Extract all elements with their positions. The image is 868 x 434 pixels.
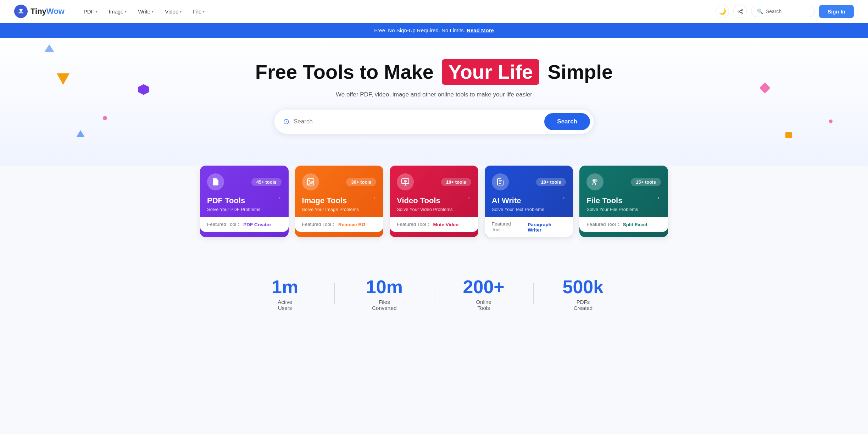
nav-search-box[interactable]: 🔍 (751, 6, 815, 17)
svg-point-14 (595, 179, 597, 182)
image-tools-card[interactable]: 30+ tools Image Tools Solve Your Image P… (295, 166, 384, 237)
stat-online-tools: 200+ OnlineTools (434, 269, 533, 318)
featured-label: Featured Tool： (302, 221, 336, 228)
pdf-featured-link[interactable]: PDF Creator (243, 222, 271, 227)
svg-rect-12 (499, 180, 502, 181)
write-featured-link[interactable]: Paragraph Writer (528, 222, 566, 233)
video-featured: Featured Tool： Mute Video (390, 217, 478, 232)
hero-subtext: We offer PDF, video, image and other onl… (14, 91, 854, 98)
file-icon (586, 173, 603, 190)
arrow-icon: → (464, 194, 471, 202)
nav-video[interactable]: Video ▾ (160, 6, 187, 17)
stats-section: 1m ActiveUsers 10m FilesConverted 200+ O… (221, 255, 647, 339)
svg-point-1 (19, 9, 21, 10)
arrow-icon: → (654, 194, 661, 202)
stat-label-pdfs: PDFsCreated (541, 299, 625, 311)
card-body: Video Tools Solve Your Video Problems → (397, 196, 471, 212)
hero-headline-highlight: Your Life (442, 59, 539, 85)
search-icon: 🔍 (757, 9, 763, 14)
stat-label-tools: OnlineTools (441, 299, 526, 311)
tool-cards-section: 45+ tools PDF Tools Solve Your PDF Probl… (186, 166, 682, 255)
nav-file[interactable]: File ▾ (188, 6, 210, 17)
signin-button[interactable]: Sign In (819, 5, 854, 18)
svg-point-5 (741, 12, 742, 14)
hero-headline-after: Simple (548, 61, 613, 83)
logo-tiny: Tiny (30, 7, 46, 16)
stat-label-users: ActiveUsers (243, 299, 327, 311)
deco-triangle-blue-2 (44, 44, 54, 52)
hero-headline: Free Tools to Make Your Life Simple (14, 59, 854, 85)
stat-label-files: FilesConverted (342, 299, 427, 311)
featured-label: Featured Tool： (586, 221, 621, 228)
logo-icon (14, 5, 28, 18)
stat-files-converted: 10m FilesConverted (335, 269, 434, 318)
card-header: 10+ tools (492, 173, 566, 190)
chevron-down-icon: ▾ (152, 10, 154, 13)
nav-links: PDF ▾ Image ▾ Write ▾ Video ▾ File ▾ (79, 6, 716, 17)
card-body: Image Tools Solve Your Image Problems → (302, 196, 377, 212)
nav-write[interactable]: Write ▾ (133, 6, 158, 17)
svg-line-7 (739, 10, 741, 11)
stat-active-users: 1m ActiveUsers (235, 269, 334, 318)
svg-point-2 (22, 9, 23, 10)
video-badge: 10+ tools (441, 178, 471, 186)
svg-point-9 (309, 180, 310, 181)
pdf-badge: 45+ tools (251, 178, 282, 186)
card-body: PDF Tools Solve Your PDF Problems → (207, 196, 282, 212)
banner-text: Free. No Sign-Up Required. No Limits. (374, 27, 465, 33)
file-featured-link[interactable]: Split Excel (623, 222, 647, 227)
image-badge: 30+ tools (346, 178, 376, 186)
chevron-down-icon: ▾ (180, 10, 182, 13)
nav-pdf[interactable]: PDF ▾ (79, 6, 102, 17)
banner-read-more-link[interactable]: Read More (467, 27, 494, 33)
deco-dot-pink (829, 119, 833, 123)
promo-banner: Free. No Sign-Up Required. No Limits. Re… (0, 23, 868, 38)
write-featured: Featured Tool： Paragraph Writer (485, 217, 573, 237)
arrow-icon: → (369, 194, 376, 202)
arrow-icon: → (559, 194, 566, 202)
dark-mode-button[interactable]: 🌙 (716, 5, 729, 18)
write-title: AI Write (492, 196, 544, 205)
svg-point-3 (741, 9, 742, 10)
logo[interactable]: TinyWow (14, 5, 65, 18)
video-tools-card[interactable]: 10+ tools Video Tools Solve Your Video P… (390, 166, 478, 237)
deco-circle-pink (103, 116, 107, 120)
hero-search-button[interactable]: Search (544, 113, 590, 130)
svg-point-4 (738, 11, 739, 12)
image-featured: Featured Tool： Remove BG (295, 217, 384, 232)
ai-write-card[interactable]: 10+ tools AI Write Solve Your Text Probl… (485, 166, 573, 237)
card-body: AI Write Solve Your Text Problems → (492, 196, 566, 212)
stat-num-files: 10m (342, 276, 427, 297)
video-featured-link[interactable]: Mute Video (433, 222, 459, 227)
image-icon (302, 173, 319, 190)
search-icon: ⊙ (283, 117, 289, 126)
nav-image[interactable]: Image ▾ (104, 6, 132, 17)
chevron-down-icon: ▾ (96, 10, 98, 13)
nav-actions: 🌙 🔍 Sign In (716, 5, 854, 18)
card-header: 30+ tools (302, 173, 377, 190)
file-tools-card[interactable]: 15+ tools File Tools Solve Your File Pro… (579, 166, 668, 237)
hero-search-box[interactable]: ⊙ Search (274, 110, 594, 134)
video-icon (397, 173, 414, 190)
share-button[interactable] (733, 5, 747, 18)
hero-headline-before: Free Tools to Make (255, 61, 434, 83)
navbar: TinyWow PDF ▾ Image ▾ Write ▾ Video ▾ Fi… (0, 0, 868, 23)
featured-label: Featured Tool： (492, 221, 525, 233)
pdf-title: PDF Tools (207, 196, 260, 205)
deco-triangle-blue (76, 130, 85, 137)
file-badge: 15+ tools (631, 178, 661, 186)
stat-num-tools: 200+ (441, 276, 526, 297)
image-featured-link[interactable]: Remove BG (338, 222, 366, 227)
pdf-featured: Featured Tool： PDF Creator (200, 217, 289, 232)
deco-square-yellow (785, 132, 792, 138)
write-badge: 10+ tools (536, 178, 566, 186)
stat-pdfs-created: 500k PDFsCreated (534, 269, 633, 318)
nav-search-input[interactable] (766, 9, 809, 14)
pdf-tools-card[interactable]: 45+ tools PDF Tools Solve Your PDF Probl… (200, 166, 289, 237)
stat-num-users: 1m (243, 276, 327, 297)
hero-search-input[interactable] (294, 118, 544, 125)
video-subtitle: Solve Your Video Problems (397, 207, 452, 212)
svg-line-6 (739, 12, 741, 13)
logo-wow: Wow (46, 7, 65, 16)
pdf-icon (207, 173, 224, 190)
